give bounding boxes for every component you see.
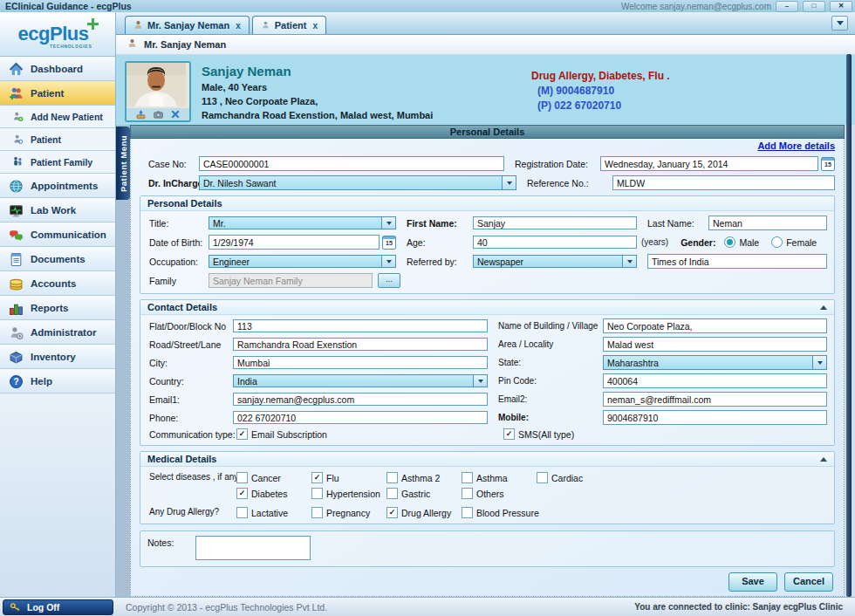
- tab-list-dropdown[interactable]: [831, 16, 848, 31]
- checkbox-checked-icon[interactable]: ✓: [311, 472, 323, 483]
- sidebar-item-patient[interactable]: Patient: [0, 81, 115, 106]
- road-input[interactable]: Ramchandra Road Exenstion: [233, 338, 488, 351]
- checkbox-checked-icon[interactable]: ✓: [503, 428, 515, 440]
- tab-close-icon[interactable]: x: [312, 21, 318, 31]
- sidebar-item-dashboard[interactable]: Dashboard: [0, 57, 115, 81]
- calendar-icon[interactable]: 15: [382, 236, 396, 250]
- sidebar-item-communication[interactable]: Communication: [0, 222, 115, 247]
- sidebar-item-patient-family[interactable]: Patient Family: [0, 151, 115, 174]
- case-no-input[interactable]: CASE00000001: [199, 156, 504, 171]
- vertical-scrollbar[interactable]: [846, 54, 852, 597]
- checkbox-lactative[interactable]: Lactative: [236, 507, 311, 518]
- occupation-select[interactable]: Engineer: [209, 255, 396, 268]
- patient-menu-tab[interactable]: Patient Menu: [116, 127, 130, 200]
- sidebar-item-help[interactable]: ? Help: [0, 369, 115, 394]
- tab-patient-record[interactable]: Mr. Sanjay Neman x: [125, 16, 250, 34]
- checkbox-unchecked-icon[interactable]: [311, 488, 323, 499]
- title-select[interactable]: Mr.: [209, 216, 396, 229]
- age-input[interactable]: 40: [473, 236, 637, 249]
- radio-female[interactable]: Female: [771, 236, 817, 248]
- checkbox-unchecked-icon[interactable]: [386, 488, 398, 499]
- checkbox-unchecked-icon[interactable]: [236, 472, 248, 483]
- email1-input[interactable]: sanjay.neman@ecgplus.com: [233, 393, 488, 406]
- cancel-button[interactable]: Cancel: [784, 572, 833, 592]
- add-more-details-link[interactable]: Add More details: [757, 140, 835, 151]
- area-input[interactable]: Malad west: [603, 337, 827, 352]
- notes-textarea[interactable]: [195, 536, 311, 560]
- maximize-button[interactable]: □: [803, 1, 825, 12]
- checkbox-drug-allergy[interactable]: ✓Drug Allergy: [386, 507, 462, 518]
- calendar-icon[interactable]: 15: [821, 157, 835, 171]
- checkbox-gastric[interactable]: Gastric: [386, 488, 462, 499]
- camera-icon[interactable]: [153, 109, 164, 120]
- close-button[interactable]: ✕: [830, 1, 852, 12]
- chevron-down-icon[interactable]: [622, 256, 636, 267]
- radio-unselected-icon[interactable]: [771, 236, 783, 248]
- building-input[interactable]: Neo Corpoate Plaza,: [603, 318, 827, 333]
- checkbox-blood-pressure[interactable]: Blood Pressure: [462, 507, 537, 518]
- checkbox-email-subscription[interactable]: ✓Email Subscription: [236, 428, 503, 440]
- checkbox-others[interactable]: Others: [462, 488, 537, 499]
- checkbox-unchecked-icon[interactable]: [462, 472, 473, 483]
- state-select[interactable]: Maharashtra: [603, 355, 827, 370]
- checkbox-checked-icon[interactable]: ✓: [386, 507, 398, 518]
- collapse-icon[interactable]: [820, 305, 827, 310]
- family-browse-button[interactable]: ...: [378, 273, 400, 288]
- chevron-down-icon[interactable]: [502, 176, 516, 189]
- upload-photo-icon[interactable]: [135, 109, 147, 120]
- city-input[interactable]: Mumbai: [233, 356, 488, 369]
- remove-photo-icon[interactable]: [170, 109, 181, 120]
- save-button[interactable]: Save: [728, 572, 777, 592]
- dob-input[interactable]: 1/29/1974: [209, 235, 380, 250]
- checkbox-asthma-2[interactable]: Asthma 2: [386, 472, 462, 483]
- checkbox-hypertension[interactable]: Hypertension: [311, 488, 386, 499]
- referred-detail-input[interactable]: Times of India: [647, 254, 827, 269]
- checkbox-unchecked-icon[interactable]: [462, 488, 473, 499]
- country-select[interactable]: India: [233, 374, 488, 387]
- chevron-down-icon[interactable]: [812, 356, 826, 369]
- sidebar-item-lab-work[interactable]: Lab Work: [0, 198, 115, 222]
- checkbox-asthma[interactable]: Asthma: [462, 472, 537, 483]
- dr-incharge-select[interactable]: Dr. Nilesh Sawant: [199, 175, 516, 190]
- checkbox-checked-icon[interactable]: ✓: [236, 488, 248, 499]
- checkbox-unchecked-icon[interactable]: [311, 507, 323, 518]
- checkbox-cardiac[interactable]: Cardiac: [537, 472, 612, 483]
- checkbox-cancer[interactable]: Cancer: [236, 472, 311, 483]
- reference-no-input[interactable]: MLDW: [612, 175, 835, 190]
- sidebar-item-patient-sub[interactable]: Patient: [0, 128, 115, 151]
- last-name-input[interactable]: Neman: [708, 216, 827, 230]
- sidebar-item-administrator[interactable]: Administrator: [0, 320, 115, 345]
- checkbox-unchecked-icon[interactable]: [537, 472, 548, 483]
- radio-male[interactable]: Male: [724, 236, 759, 248]
- sidebar-item-add-new-patient[interactable]: Add New Patient: [0, 106, 115, 128]
- email2-input[interactable]: neman_s@rediffmail.com: [603, 392, 827, 407]
- checkbox-unchecked-icon[interactable]: [462, 507, 473, 518]
- checkbox-unchecked-icon[interactable]: [386, 472, 398, 483]
- tab-patient[interactable]: Patient x: [252, 16, 326, 34]
- registration-date-input[interactable]: Wednesday, January 15, 2014: [600, 156, 818, 171]
- first-name-input[interactable]: Sanjay: [473, 216, 637, 229]
- checkbox-checked-icon[interactable]: ✓: [236, 428, 248, 440]
- chevron-down-icon[interactable]: [381, 217, 395, 229]
- radio-selected-icon[interactable]: [724, 236, 735, 248]
- checkbox-sms-all-type-[interactable]: ✓SMS(All type): [503, 428, 574, 440]
- log-off-button[interactable]: Log Off: [3, 599, 113, 615]
- chevron-down-icon[interactable]: [473, 375, 487, 387]
- chevron-down-icon[interactable]: [381, 256, 395, 267]
- checkbox-flu[interactable]: ✓Flu: [311, 472, 386, 483]
- flat-input[interactable]: 113: [233, 319, 488, 332]
- pin-input[interactable]: 400064: [603, 373, 827, 388]
- checkbox-unchecked-icon[interactable]: [236, 507, 248, 518]
- referred-by-select[interactable]: Newspaper: [473, 255, 637, 268]
- sidebar-item-appointments[interactable]: Appointments: [0, 174, 115, 198]
- checkbox-diabetes[interactable]: ✓Diabetes: [236, 488, 311, 499]
- minimize-button[interactable]: –: [776, 1, 798, 12]
- sidebar-item-inventory[interactable]: Inventory: [0, 345, 115, 369]
- sidebar-item-documents[interactable]: Documents: [0, 247, 115, 271]
- tab-close-icon[interactable]: x: [236, 21, 241, 31]
- sidebar-item-accounts[interactable]: Accounts: [0, 271, 115, 296]
- collapse-icon[interactable]: [820, 457, 827, 462]
- checkbox-pregnancy[interactable]: Pregnancy: [311, 507, 386, 518]
- phone-input[interactable]: 022 67020710: [233, 411, 488, 424]
- mobile-input[interactable]: 9004687910: [603, 410, 827, 425]
